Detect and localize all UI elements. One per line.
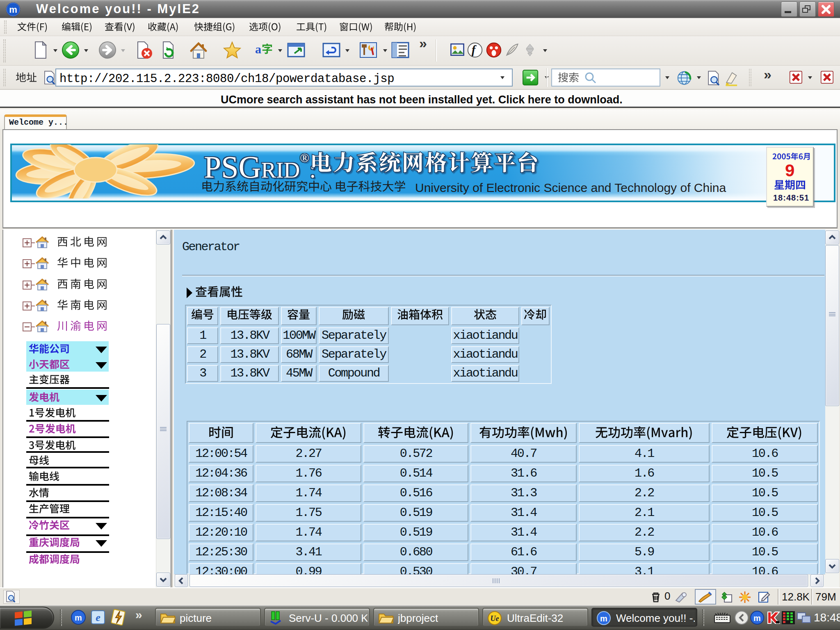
svg-text:e: e — [96, 612, 100, 623]
svg-text:m: m — [9, 5, 17, 15]
svg-text:a: a — [255, 42, 261, 56]
svg-text:m: m — [75, 613, 82, 622]
svg-text:m: m — [600, 614, 607, 623]
svg-text:Ue: Ue — [491, 614, 499, 623]
svg-text:m: m — [753, 614, 761, 623]
